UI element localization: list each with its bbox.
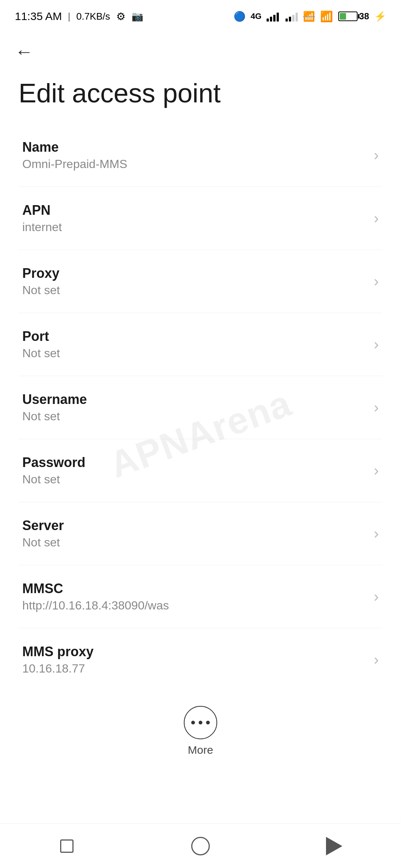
- settings-item-mms-proxy[interactable]: MMS proxy 10.16.18.77 ›: [19, 628, 382, 691]
- status-bar: 11:35 AM | 0.7KB/s ⚙ 📷 🔵 4G 📶 📶 38 ⚡: [0, 0, 401, 30]
- chevron-icon-mmsc: ›: [374, 588, 379, 605]
- signal-bars-2: [286, 11, 298, 22]
- nav-back-button[interactable]: [319, 831, 349, 861]
- settings-value-server: Not set: [22, 536, 366, 549]
- top-nav: ←: [0, 30, 401, 70]
- battery-container: 38: [338, 11, 369, 22]
- page-title: Edit access point: [0, 70, 401, 124]
- settings-label-password: Password: [22, 455, 366, 470]
- more-dots-icon: [191, 721, 210, 724]
- settings-item-content-username: Username Not set: [22, 392, 366, 423]
- lte-badge: 4G: [251, 11, 261, 21]
- network-speed: 0.7KB/s: [76, 11, 110, 22]
- settings-item-port[interactable]: Port Not set ›: [19, 313, 382, 376]
- settings-item-content-proxy: Proxy Not set: [22, 266, 366, 297]
- settings-value-apn: internet: [22, 220, 366, 234]
- chevron-icon-proxy: ›: [374, 273, 379, 290]
- camera-icon: 📷: [131, 11, 143, 22]
- chevron-icon-name: ›: [374, 147, 379, 164]
- status-right: 🔵 4G 📶 📶 38 ⚡: [234, 10, 386, 23]
- settings-item-content-password: Password Not set: [22, 455, 366, 486]
- settings-item-content-name: Name Omni-Prepaid-MMS: [22, 139, 366, 171]
- home-icon: [191, 837, 210, 855]
- bottom-nav: [0, 823, 401, 868]
- signal-bars-1: [267, 11, 279, 22]
- recents-icon: [60, 839, 74, 853]
- chevron-icon-server: ›: [374, 525, 379, 542]
- settings-item-apn[interactable]: APN internet ›: [19, 187, 382, 250]
- time-display: 11:35 AM: [15, 10, 62, 23]
- more-label: More: [188, 744, 213, 756]
- settings-label-server: Server: [22, 518, 366, 533]
- settings-label-mmsc: MMSC: [22, 581, 366, 596]
- settings-value-port: Not set: [22, 346, 366, 360]
- battery-icon: [338, 11, 358, 21]
- chevron-icon-username: ›: [374, 399, 379, 416]
- settings-label-apn: APN: [22, 203, 366, 218]
- settings-label-name: Name: [22, 139, 366, 155]
- settings-item-content-mmsc: MMSC http://10.16.18.4:38090/was: [22, 581, 366, 612]
- battery-level: 38: [359, 11, 369, 22]
- chevron-icon-password: ›: [374, 462, 379, 479]
- settings-label-mms-proxy: MMS proxy: [22, 644, 366, 660]
- settings-value-password: Not set: [22, 473, 366, 486]
- settings-icon: ⚙: [116, 10, 125, 23]
- settings-item-name[interactable]: Name Omni-Prepaid-MMS ›: [19, 124, 382, 187]
- settings-item-content-port: Port Not set: [22, 329, 366, 360]
- charging-icon: ⚡: [374, 11, 386, 22]
- nav-recents-button[interactable]: [52, 831, 82, 861]
- settings-label-username: Username: [22, 392, 366, 407]
- wifi-icon: 📶: [320, 10, 333, 23]
- more-button[interactable]: [184, 706, 217, 739]
- back-icon: [326, 837, 342, 855]
- settings-value-username: Not set: [22, 410, 366, 423]
- settings-value-mms-proxy: 10.16.18.77: [22, 662, 366, 675]
- more-section: More: [0, 691, 401, 775]
- nav-home-button[interactable]: [186, 831, 215, 861]
- bluetooth-icon: 🔵: [234, 11, 245, 22]
- chevron-icon-mms-proxy: ›: [374, 651, 379, 668]
- no-signal-icon: 📶: [303, 11, 315, 22]
- settings-item-content-apn: APN internet: [22, 203, 366, 234]
- speed-display: |: [68, 11, 71, 22]
- settings-item-proxy[interactable]: Proxy Not set ›: [19, 250, 382, 313]
- settings-value-mmsc: http://10.16.18.4:38090/was: [22, 599, 366, 612]
- settings-label-proxy: Proxy: [22, 266, 366, 281]
- chevron-icon-port: ›: [374, 336, 379, 353]
- chevron-icon-apn: ›: [374, 210, 379, 227]
- settings-value-name: Omni-Prepaid-MMS: [22, 157, 366, 171]
- settings-item-username[interactable]: Username Not set ›: [19, 376, 382, 439]
- settings-item-content-mms-proxy: MMS proxy 10.16.18.77: [22, 644, 366, 675]
- back-button[interactable]: ←: [15, 41, 33, 62]
- status-left: 11:35 AM | 0.7KB/s ⚙ 📷: [15, 10, 143, 23]
- settings-item-mmsc[interactable]: MMSC http://10.16.18.4:38090/was ›: [19, 565, 382, 628]
- settings-value-proxy: Not set: [22, 283, 366, 297]
- settings-label-port: Port: [22, 329, 366, 344]
- settings-list: Name Omni-Prepaid-MMS › APN internet › P…: [0, 124, 401, 691]
- settings-item-server[interactable]: Server Not set ›: [19, 502, 382, 565]
- settings-item-password[interactable]: Password Not set ›: [19, 439, 382, 502]
- settings-item-content-server: Server Not set: [22, 518, 366, 549]
